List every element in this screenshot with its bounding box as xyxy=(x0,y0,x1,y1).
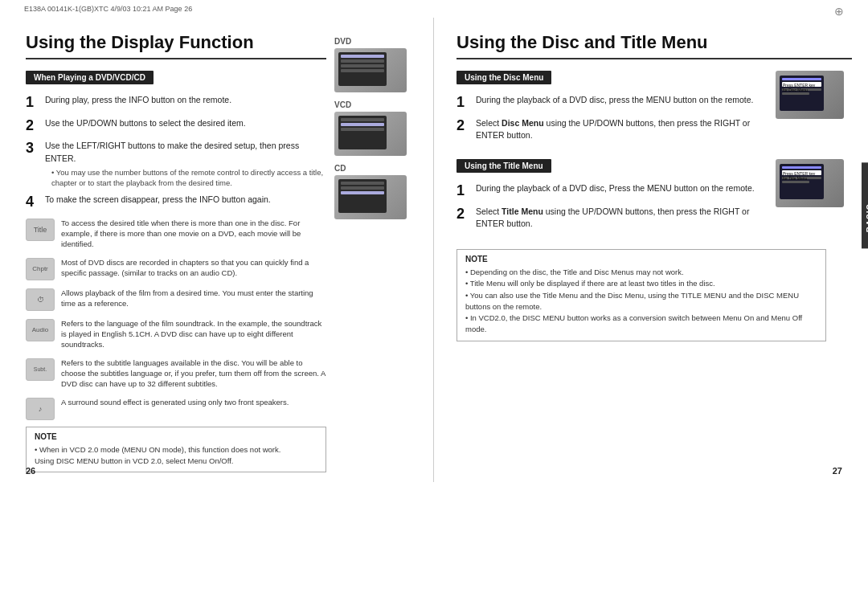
step-4-number: 4 xyxy=(26,194,40,211)
step-3-text: Use the LEFT/RIGHT buttons to make the d… xyxy=(45,141,299,163)
vcd-inner-screen xyxy=(338,116,387,149)
step-1: 1 During play, press the INFO button on … xyxy=(26,94,326,112)
disc-menu-main: Using the Disc Menu 1 During the playbac… xyxy=(457,71,768,148)
step-2: 2 Use the UP/DOWN buttons to select the … xyxy=(26,117,326,135)
crosshair-icon: ⊕ xyxy=(834,5,844,18)
time-icon-desc: Allows playback of the film from a desir… xyxy=(61,288,313,308)
cd-line-2 xyxy=(341,186,384,190)
step-3-sub: • You may use the number buttons of the … xyxy=(51,167,326,189)
left-note-box: NOTE • When in VCD 2.0 mode (MENU ON mod… xyxy=(26,427,326,473)
right-note-box: NOTE • Depending on the disc, the Title … xyxy=(457,249,826,341)
disc-step-2: 2 Select Disc Menu using the UP/DOWN but… xyxy=(457,117,768,143)
step-4-text: To make the screen disappear, press the … xyxy=(45,194,271,206)
right-section-title: Using the Disc and Title Menu xyxy=(457,32,852,59)
title-icon: Title xyxy=(26,219,55,241)
disc-menu-badge: Using the Disc Menu xyxy=(457,71,551,84)
left-device-area: DVD VCD xyxy=(334,32,411,472)
disc-menu-screen-line-1 xyxy=(782,78,821,80)
step-2-text: Use the UP/DOWN buttons to select the de… xyxy=(45,117,246,130)
title-menu-badge: Using the Title Menu xyxy=(457,159,551,173)
cd-screen-lines xyxy=(338,179,387,198)
subtitle-icon-desc: Refers to the subtitle languages availab… xyxy=(61,358,326,389)
disc-step-1-number: 1 xyxy=(457,94,471,112)
sound-icon-desc: A surround sound effect is generated usi… xyxy=(61,398,289,407)
icon-sound: ♪ A surround sound effect is generated u… xyxy=(26,396,326,420)
vcd-label: VCD xyxy=(334,100,411,109)
cd-inner-screen xyxy=(338,179,387,213)
subtitle-icon: Subt. xyxy=(26,358,55,381)
step-4: 4 To make the screen disappear, press th… xyxy=(26,194,326,211)
disc-menu-dvd-screen: Press ENTER key for Disc Menu xyxy=(776,71,844,119)
title-step-1: 1 During the playback of a DVD disc, Pre… xyxy=(457,182,768,200)
disc-step-2-number: 2 xyxy=(457,117,471,135)
icons-section: Title To access the desired title when t… xyxy=(26,217,326,420)
cd-label: CD xyxy=(334,164,411,173)
disc-menu-section: Using the Disc Menu 1 During the playbac… xyxy=(457,71,852,148)
disc-step-2-text: Select Disc Menu using the UP/DOWN butto… xyxy=(476,117,768,143)
vcd-line-2 xyxy=(341,123,384,126)
page-wrapper: E138A 00141K-1(GB)XTC 4/9/03 10:21 AM Pa… xyxy=(0,0,868,482)
title-step-1-number: 1 xyxy=(457,182,471,200)
chapter-icon: Chptr xyxy=(26,258,55,280)
icon-time: ⏱ Allows playback of the film from a des… xyxy=(26,287,326,311)
disc-menu-screen-caption: Press ENTER key for Disc Menu xyxy=(782,82,821,87)
right-note-title: NOTE xyxy=(465,255,817,264)
sound-icon: ♪ xyxy=(26,398,55,420)
cd-line-3 xyxy=(341,191,384,194)
disc-step-1-text: During the playback of a DVD disc, press… xyxy=(476,94,754,107)
step-3: 3 Use the LEFT/RIGHT buttons to make the… xyxy=(26,140,326,188)
icon-audio: Audio Refers to the language of the film… xyxy=(26,317,326,350)
right-note-text-1: • Depending on the disc, the Title and D… xyxy=(465,267,817,278)
chapter-icon-desc: Most of DVD discs are recorded in chapte… xyxy=(61,258,309,277)
time-icon: ⏱ xyxy=(26,288,55,311)
dvd-inner-screen xyxy=(338,52,387,86)
audio-icon: Audio xyxy=(26,319,55,341)
main-container: Using the Display Function When Playing … xyxy=(0,18,868,482)
title-menu-dvd-screen: Press ENTER key for Title Menu xyxy=(776,159,844,207)
title-menu-dvd-inner: Press ENTER key for Title Menu xyxy=(780,164,824,199)
disc-menu-screen-line-3 xyxy=(782,92,809,95)
icon-title: Title To access the desired title when t… xyxy=(26,217,326,250)
title-menu-section: Using the Title Menu 1 During the playba… xyxy=(457,159,852,236)
step-1-text: During play, press the INFO button on th… xyxy=(45,94,231,107)
dvd-line-1 xyxy=(341,55,384,58)
disc-step-1: 1 During the playback of a DVD disc, pre… xyxy=(457,94,768,112)
dvd-badge: When Playing a DVD/VCD/CD xyxy=(26,71,154,84)
vcd-line-3 xyxy=(341,128,384,131)
icon-subtitle: Subt. Refers to the subtitle languages a… xyxy=(26,357,326,390)
title-step-1-text: During the playback of a DVD disc, Press… xyxy=(476,182,755,195)
step-1-number: 1 xyxy=(26,94,40,112)
title-step-2-number: 2 xyxy=(457,206,471,223)
sidebar-tab: BASICFUNCTIONS xyxy=(862,162,868,248)
right-note-text-3: • You can also use the Title Menu and th… xyxy=(465,290,817,313)
disc-menu-dvd-inner: Press ENTER key for Disc Menu xyxy=(780,76,824,111)
dvd-line-2 xyxy=(341,59,384,63)
icon-chapter: Chptr Most of DVD discs are recorded in … xyxy=(26,256,326,280)
left-panel: Using the Display Function When Playing … xyxy=(0,18,434,482)
disc-menu-screen-area: Press ENTER key for Disc Menu xyxy=(776,71,852,148)
left-page-number: 26 xyxy=(26,466,35,476)
left-note-title: NOTE xyxy=(35,432,317,441)
dvd-screen xyxy=(334,48,407,92)
step-2-number: 2 xyxy=(26,117,40,135)
left-note-text-2: Using DISC MENU button in VCD 2.0, selec… xyxy=(35,456,317,467)
left-text-area: Using the Display Function When Playing … xyxy=(26,32,326,472)
dvd-line-3 xyxy=(341,64,384,67)
dvd-screen-lines xyxy=(338,52,387,76)
title-step-2: 2 Select Title Menu using the UP/DOWN bu… xyxy=(457,206,768,231)
right-note-text-4: • In VCD2.0, the DISC MENU button works … xyxy=(465,313,817,336)
vcd-screen-lines xyxy=(338,116,387,135)
cd-screen xyxy=(334,175,407,219)
title-menu-screen-line-3 xyxy=(782,181,809,183)
spacer-1 xyxy=(457,148,852,159)
step-3-number: 3 xyxy=(26,140,40,157)
left-note-text-1: • When in VCD 2.0 mode (MENU ON mode), t… xyxy=(35,444,317,456)
left-section-title: Using the Display Function xyxy=(26,32,326,59)
vcd-screen xyxy=(334,112,407,156)
page-header: E138A 00141K-1(GB)XTC 4/9/03 10:21 AM Pa… xyxy=(0,0,868,18)
dvd-line-4 xyxy=(341,69,384,72)
audio-icon-desc: Refers to the language of the film sound… xyxy=(61,319,321,349)
title-icon-desc: To access the desired title when there i… xyxy=(61,219,301,249)
cd-line-1 xyxy=(341,182,384,185)
title-menu-screen-area: Press ENTER key for Title Menu xyxy=(776,159,852,236)
